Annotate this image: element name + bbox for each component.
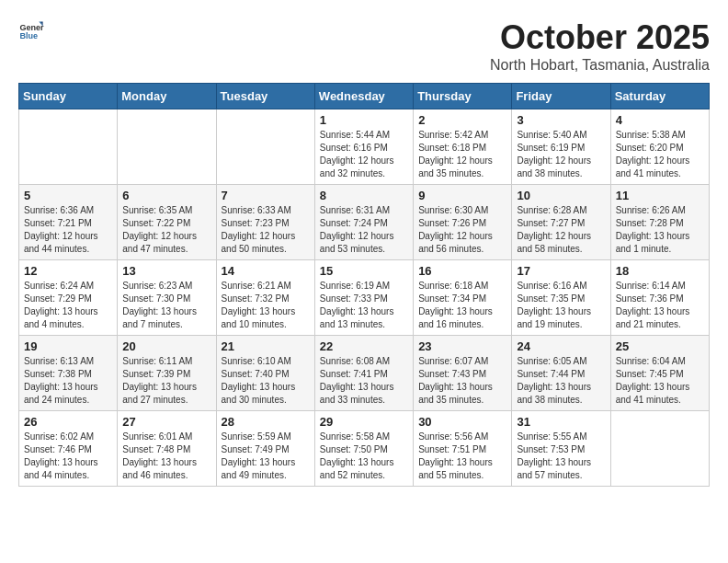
- day-number: 24: [517, 339, 605, 353]
- cell-content: Sunrise: 5:40 AM Sunset: 6:19 PM Dayligh…: [517, 129, 605, 180]
- cell-content: Sunrise: 6:35 AM Sunset: 7:22 PM Dayligh…: [122, 204, 210, 256]
- day-number: 17: [517, 264, 605, 278]
- calendar-cell: [118, 109, 216, 185]
- day-number: 15: [320, 264, 408, 278]
- day-number: 13: [122, 264, 210, 278]
- cell-content: Sunrise: 6:30 AM Sunset: 7:26 PM Dayligh…: [418, 204, 506, 256]
- cell-content: Sunrise: 6:13 AM Sunset: 7:38 PM Dayligh…: [24, 355, 112, 407]
- cell-content: Sunrise: 5:44 AM Sunset: 6:16 PM Dayligh…: [320, 129, 408, 180]
- cell-content: Sunrise: 6:01 AM Sunset: 7:48 PM Dayligh…: [122, 431, 210, 482]
- day-number: 22: [320, 339, 408, 353]
- cell-content: Sunrise: 6:11 AM Sunset: 7:39 PM Dayligh…: [122, 355, 210, 407]
- day-number: 19: [24, 339, 112, 353]
- location-title: North Hobart, Tasmania, Australia: [490, 57, 710, 74]
- calendar-cell: [216, 109, 314, 185]
- cell-content: Sunrise: 5:58 AM Sunset: 7:50 PM Dayligh…: [320, 431, 408, 482]
- day-number: 30: [418, 415, 506, 429]
- cell-content: Sunrise: 6:02 AM Sunset: 7:46 PM Dayligh…: [24, 431, 112, 482]
- calendar-cell: 11Sunrise: 6:26 AM Sunset: 7:28 PM Dayli…: [610, 185, 709, 260]
- day-number: 3: [517, 113, 605, 127]
- calendar-cell: 20Sunrise: 6:11 AM Sunset: 7:39 PM Dayli…: [118, 336, 216, 411]
- cell-content: Sunrise: 6:24 AM Sunset: 7:29 PM Dayligh…: [24, 280, 112, 331]
- day-number: 1: [320, 113, 408, 127]
- day-number: 18: [616, 264, 704, 278]
- day-number: 9: [418, 189, 506, 202]
- svg-text:General: General: [19, 23, 44, 32]
- day-number: 4: [616, 113, 704, 127]
- cell-content: Sunrise: 6:16 AM Sunset: 7:35 PM Dayligh…: [517, 280, 605, 331]
- day-of-week-header: Monday: [118, 84, 216, 109]
- calendar-cell: 3Sunrise: 5:40 AM Sunset: 6:19 PM Daylig…: [512, 109, 610, 185]
- cell-content: Sunrise: 6:10 AM Sunset: 7:40 PM Dayligh…: [222, 355, 310, 407]
- cell-content: Sunrise: 5:42 AM Sunset: 6:18 PM Dayligh…: [418, 129, 506, 180]
- calendar-cell: 24Sunrise: 6:05 AM Sunset: 7:44 PM Dayli…: [512, 336, 610, 411]
- day-number: 16: [418, 264, 506, 278]
- calendar-cell: 17Sunrise: 6:16 AM Sunset: 7:35 PM Dayli…: [512, 260, 610, 336]
- cell-content: Sunrise: 5:55 AM Sunset: 7:53 PM Dayligh…: [517, 431, 605, 482]
- day-of-week-header: Saturday: [610, 84, 709, 109]
- logo-icon: General Blue: [18, 18, 44, 44]
- calendar-cell: 23Sunrise: 6:07 AM Sunset: 7:43 PM Dayli…: [414, 336, 512, 411]
- calendar-cell: 18Sunrise: 6:14 AM Sunset: 7:36 PM Dayli…: [610, 260, 709, 336]
- day-of-week-header: Wednesday: [314, 84, 413, 109]
- cell-content: Sunrise: 6:18 AM Sunset: 7:34 PM Dayligh…: [418, 280, 506, 331]
- cell-content: Sunrise: 6:36 AM Sunset: 7:21 PM Dayligh…: [24, 204, 112, 256]
- day-number: 10: [517, 189, 605, 202]
- day-number: 21: [222, 339, 310, 353]
- calendar-cell: 5Sunrise: 6:36 AM Sunset: 7:21 PM Daylig…: [19, 185, 118, 260]
- calendar-cell: 22Sunrise: 6:08 AM Sunset: 7:41 PM Dayli…: [314, 336, 413, 411]
- day-number: 8: [320, 189, 408, 202]
- calendar-week-row: 19Sunrise: 6:13 AM Sunset: 7:38 PM Dayli…: [19, 336, 710, 411]
- cell-content: Sunrise: 6:21 AM Sunset: 7:32 PM Dayligh…: [222, 280, 310, 331]
- page-header: General Blue October 2025 North Hobart, …: [18, 18, 710, 74]
- calendar-cell: 13Sunrise: 6:23 AM Sunset: 7:30 PM Dayli…: [118, 260, 216, 336]
- cell-content: Sunrise: 6:23 AM Sunset: 7:30 PM Dayligh…: [122, 280, 210, 331]
- cell-content: Sunrise: 6:08 AM Sunset: 7:41 PM Dayligh…: [320, 355, 408, 407]
- day-of-week-header: Tuesday: [216, 84, 314, 109]
- cell-content: Sunrise: 6:33 AM Sunset: 7:23 PM Dayligh…: [222, 204, 310, 256]
- cell-content: Sunrise: 6:26 AM Sunset: 7:28 PM Dayligh…: [616, 204, 704, 256]
- calendar-cell: 26Sunrise: 6:02 AM Sunset: 7:46 PM Dayli…: [19, 411, 118, 487]
- day-of-week-header: Thursday: [414, 84, 512, 109]
- cell-content: Sunrise: 6:04 AM Sunset: 7:45 PM Dayligh…: [616, 355, 704, 407]
- calendar-cell: 25Sunrise: 6:04 AM Sunset: 7:45 PM Dayli…: [610, 336, 709, 411]
- day-number: 5: [24, 189, 112, 202]
- logo: General Blue: [18, 18, 44, 44]
- calendar-cell: 9Sunrise: 6:30 AM Sunset: 7:26 PM Daylig…: [414, 185, 512, 260]
- calendar-cell: 15Sunrise: 6:19 AM Sunset: 7:33 PM Dayli…: [314, 260, 413, 336]
- calendar-week-row: 5Sunrise: 6:36 AM Sunset: 7:21 PM Daylig…: [19, 185, 710, 260]
- calendar-table: SundayMondayTuesdayWednesdayThursdayFrid…: [18, 83, 710, 487]
- day-number: 25: [616, 339, 704, 353]
- cell-content: Sunrise: 6:14 AM Sunset: 7:36 PM Dayligh…: [616, 280, 704, 331]
- calendar-cell: 8Sunrise: 6:31 AM Sunset: 7:24 PM Daylig…: [314, 185, 413, 260]
- calendar-cell: 1Sunrise: 5:44 AM Sunset: 6:16 PM Daylig…: [314, 109, 413, 185]
- day-number: 20: [122, 339, 210, 353]
- day-number: 6: [122, 189, 210, 202]
- cell-content: Sunrise: 5:38 AM Sunset: 6:20 PM Dayligh…: [616, 129, 704, 180]
- day-number: 27: [122, 415, 210, 429]
- cell-content: Sunrise: 6:31 AM Sunset: 7:24 PM Dayligh…: [320, 204, 408, 256]
- cell-content: Sunrise: 5:59 AM Sunset: 7:49 PM Dayligh…: [222, 431, 310, 482]
- day-number: 12: [24, 264, 112, 278]
- calendar-cell: 28Sunrise: 5:59 AM Sunset: 7:49 PM Dayli…: [216, 411, 314, 487]
- calendar-cell: 7Sunrise: 6:33 AM Sunset: 7:23 PM Daylig…: [216, 185, 314, 260]
- svg-text:Blue: Blue: [19, 31, 38, 40]
- calendar-cell: 29Sunrise: 5:58 AM Sunset: 7:50 PM Dayli…: [314, 411, 413, 487]
- cell-content: Sunrise: 6:07 AM Sunset: 7:43 PM Dayligh…: [418, 355, 506, 407]
- day-number: 23: [418, 339, 506, 353]
- calendar-cell: 16Sunrise: 6:18 AM Sunset: 7:34 PM Dayli…: [414, 260, 512, 336]
- calendar-cell: 12Sunrise: 6:24 AM Sunset: 7:29 PM Dayli…: [19, 260, 118, 336]
- calendar-cell: [19, 109, 118, 185]
- calendar-cell: 6Sunrise: 6:35 AM Sunset: 7:22 PM Daylig…: [118, 185, 216, 260]
- cell-content: Sunrise: 6:05 AM Sunset: 7:44 PM Dayligh…: [517, 355, 605, 407]
- calendar-cell: 2Sunrise: 5:42 AM Sunset: 6:18 PM Daylig…: [414, 109, 512, 185]
- calendar-week-row: 1Sunrise: 5:44 AM Sunset: 6:16 PM Daylig…: [19, 109, 710, 185]
- calendar-cell: 19Sunrise: 6:13 AM Sunset: 7:38 PM Dayli…: [19, 336, 118, 411]
- calendar-cell: 21Sunrise: 6:10 AM Sunset: 7:40 PM Dayli…: [216, 336, 314, 411]
- calendar-header-row: SundayMondayTuesdayWednesdayThursdayFrid…: [19, 84, 710, 109]
- calendar-cell: 4Sunrise: 5:38 AM Sunset: 6:20 PM Daylig…: [610, 109, 709, 185]
- title-block: October 2025 North Hobart, Tasmania, Aus…: [490, 18, 710, 74]
- cell-content: Sunrise: 6:19 AM Sunset: 7:33 PM Dayligh…: [320, 280, 408, 331]
- day-number: 31: [517, 415, 605, 429]
- day-number: 26: [24, 415, 112, 429]
